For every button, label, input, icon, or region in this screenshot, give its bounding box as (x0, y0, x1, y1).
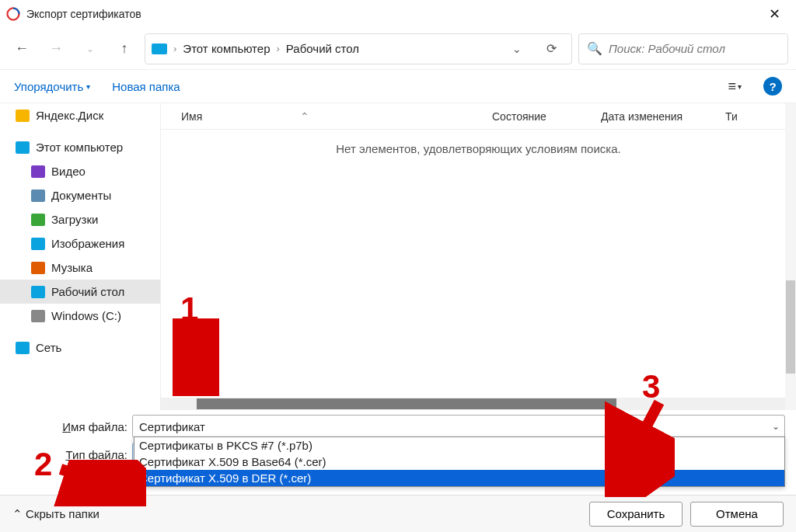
cancel-button[interactable]: Отмена (690, 502, 784, 527)
sidebar-item-download[interactable]: Загрузки (0, 207, 160, 231)
filetype-option[interactable]: Сертификат X.509 в DER (*.cer) (134, 470, 784, 486)
network-icon (16, 342, 30, 354)
sidebar: Яндекс.ДискЭтот компьютерВидеоДокументыЗ… (0, 103, 160, 410)
sidebar-item-video[interactable]: Видео (0, 159, 160, 183)
svg-line-2 (61, 469, 127, 491)
col-name[interactable]: Имя (181, 110, 202, 123)
sort-indicator-icon: ⌃ (300, 110, 309, 123)
sidebar-item-doc[interactable]: Документы (0, 183, 160, 207)
sidebar-item-label: Документы (51, 189, 111, 202)
search-input[interactable] (609, 42, 780, 55)
address-bar[interactable]: › Этот компьютер › Рабочий стол ⌄ ⟳ (145, 33, 572, 64)
chevron-icon: › (277, 43, 280, 54)
nav-bar: ← → ⌄ ↑ › Этот компьютер › Рабочий стол … (0, 28, 796, 70)
hide-folders-link[interactable]: ⌃Скрыть папки (12, 507, 100, 521)
sidebar-item-network[interactable]: Сеть (0, 336, 160, 360)
recent-caret[interactable]: ⌄ (76, 35, 104, 63)
sidebar-item-yadisk[interactable]: Яндекс.Диск (0, 103, 160, 127)
caret-down-icon: ▾ (86, 82, 90, 91)
annotation-2: 2 (34, 446, 52, 483)
history-caret[interactable]: ⌄ (503, 35, 531, 63)
scroll-thumb[interactable] (786, 280, 795, 374)
sidebar-item-label: Загрузки (51, 213, 98, 226)
sidebar-item-label: Изображения (51, 237, 124, 250)
main-area: Яндекс.ДискЭтот компьютерВидеоДокументыЗ… (0, 103, 796, 410)
refresh-button[interactable]: ⟳ (537, 35, 565, 63)
pc-icon (152, 43, 167, 54)
sidebar-item-image[interactable]: Изображения (0, 231, 160, 256)
sidebar-item-disk[interactable]: Windows (C:) (0, 304, 160, 328)
filetype-option[interactable]: Сертификаты в PKCS #7 (*.p7b) (134, 437, 784, 454)
toolbar: Упорядочить▾ Новая папка ≡ ▾ ? (0, 70, 796, 103)
close-button[interactable]: ✕ (759, 5, 790, 23)
save-button[interactable]: Сохранить (589, 502, 683, 527)
video-icon (31, 165, 45, 178)
file-list: Имя⌃ Состояние Дата изменения Ти Нет эле… (160, 103, 796, 410)
col-modified[interactable]: Дата изменения (601, 110, 725, 123)
vertical-scrollbar[interactable] (785, 103, 796, 410)
annotation-arrow-2 (53, 460, 146, 506)
view-mode-button[interactable]: ≡ ▾ (728, 78, 742, 95)
title-bar: Экспорт сертификатов ✕ (0, 0, 796, 28)
sidebar-item-label: Видео (51, 165, 86, 178)
chevron-up-icon: ⌃ (12, 507, 23, 521)
sidebar-item-label: Этот компьютер (36, 141, 123, 154)
svg-line-3 (617, 402, 659, 482)
column-headers: Имя⌃ Состояние Дата изменения Ти (161, 103, 796, 130)
sidebar-item-label: Сеть (36, 341, 61, 354)
sidebar-item-music[interactable]: Музыка (0, 256, 160, 280)
filename-label: Имя файла: (11, 420, 132, 433)
sidebar-item-label: Рабочий стол (51, 285, 124, 298)
forward-button[interactable]: → (42, 35, 70, 63)
new-folder-button[interactable]: Новая папка (112, 80, 180, 93)
image-icon (31, 238, 45, 250)
chevron-icon: › (173, 43, 176, 54)
sidebar-item-desktop[interactable]: Рабочий стол (0, 280, 160, 304)
help-button[interactable]: ? (763, 77, 782, 96)
organize-menu[interactable]: Упорядочить▾ (14, 80, 90, 93)
sidebar-item-label: Windows (C:) (51, 309, 121, 322)
back-button[interactable]: ← (8, 35, 36, 63)
annotation-arrow-3 (605, 395, 675, 497)
search-icon: 🔍 (587, 41, 602, 56)
filetype-dropdown: Сертификаты в PKCS #7 (*.p7b)Сертификат … (134, 436, 785, 487)
annotation-arrow-1 (173, 318, 219, 396)
sidebar-item-label: Яндекс.Диск (36, 109, 103, 122)
col-state[interactable]: Состояние (492, 110, 601, 123)
pc-icon (16, 141, 30, 154)
scroll-thumb[interactable] (197, 398, 616, 409)
up-button[interactable]: ↑ (110, 35, 138, 63)
filetype-option[interactable]: Сертификат X.509 в Base64 (*.cer) (134, 454, 784, 470)
doc-icon (31, 190, 45, 202)
filename-input[interactable]: Сертификат ⌄ (132, 415, 785, 438)
download-icon (31, 214, 45, 226)
empty-message: Нет элементов, удовлетворяющих условиям … (161, 130, 796, 155)
yadisk-icon (16, 110, 30, 122)
app-icon (6, 7, 20, 21)
search-box[interactable]: 🔍 (578, 33, 788, 64)
breadcrumb-folder[interactable]: Рабочий стол (286, 42, 359, 55)
desktop-icon (31, 286, 45, 298)
sidebar-item-pc[interactable]: Этот компьютер (0, 135, 160, 159)
col-type[interactable]: Ти (725, 110, 738, 123)
sidebar-item-label: Музыка (51, 261, 93, 274)
window-title: Экспорт сертификатов (26, 8, 759, 20)
breadcrumb-computer[interactable]: Этот компьютер (183, 42, 270, 55)
horizontal-scrollbar[interactable] (161, 398, 785, 410)
filetype-label: Тип файла: (11, 448, 132, 461)
disk-icon (31, 310, 45, 322)
caret-down-icon: ▾ (738, 82, 742, 91)
music-icon (31, 262, 45, 274)
caret-down-icon: ⌄ (772, 421, 780, 432)
